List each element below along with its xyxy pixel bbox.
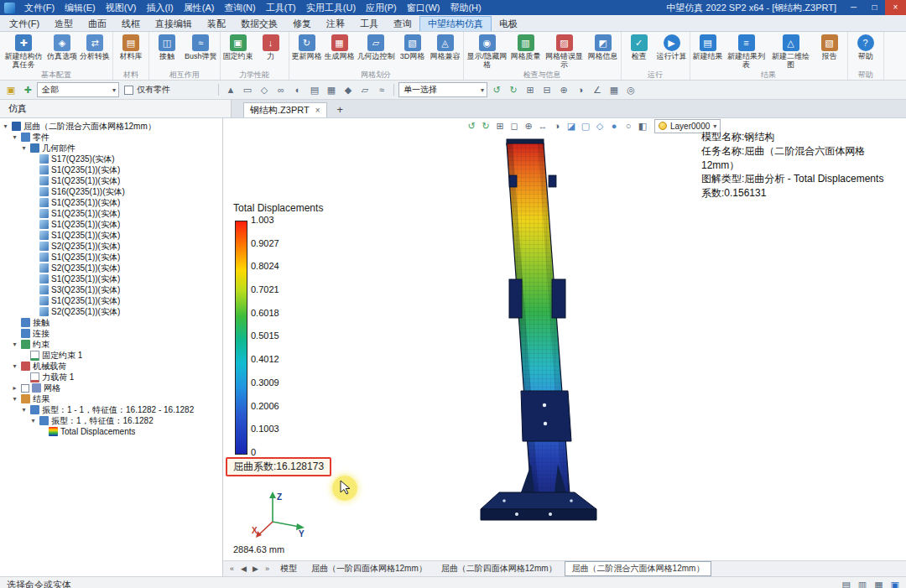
pick-filter-icon[interactable]: ▲ (223, 83, 238, 96)
curve-filter-icon[interactable]: ≈ (374, 83, 389, 96)
undo-icon[interactable]: ↺ (489, 83, 504, 96)
polygon-select-icon[interactable]: ◇ (257, 83, 272, 96)
tree-row[interactable]: S2(Q235(1))(实体) (0, 306, 222, 317)
menu-item[interactable]: 查询(N) (219, 0, 260, 15)
tree-row[interactable]: S1(Q235(1))(实体) (0, 175, 222, 186)
next-study-tab-icon[interactable]: ▶ (250, 565, 261, 573)
tree-row[interactable]: ▾振型：1，特征值：16.1282 (0, 415, 222, 426)
study-tab[interactable]: 屈曲（一阶四面体网格12mm） (305, 562, 434, 575)
isometric-view-icon[interactable]: ◇ (593, 121, 607, 132)
history-panel-icon[interactable]: ▤ (841, 580, 850, 588)
model-3d[interactable] (471, 135, 630, 538)
tree-row[interactable]: ▾约束 (0, 339, 222, 350)
type-filter-icon[interactable]: ▦ (324, 83, 339, 96)
ribbon-tab[interactable]: 装配 (200, 17, 233, 31)
tree-row[interactable]: ▾振型：1 - 1，特征值：16.1282 - 16.1282 (0, 404, 222, 415)
ribbon-button[interactable]: ▣固定约束 (222, 34, 254, 69)
pan-icon[interactable]: ↔ (536, 121, 549, 132)
tree-row[interactable]: ▾屈曲（二阶混合六面体网格12mm） (0, 121, 222, 132)
measure-icon[interactable]: ∠ (590, 83, 605, 96)
tree-row[interactable]: S2(Q235(1))(实体) (0, 263, 222, 273)
ribbon-button[interactable]: ?帮助 (850, 34, 882, 69)
ribbon-tab[interactable]: 查询 (386, 17, 419, 31)
tree-row[interactable]: Total Displacements (0, 426, 222, 437)
ribbon-button[interactable]: ✓检查 (623, 34, 655, 69)
selection-mode-select[interactable]: 单一选择▾ (398, 82, 487, 97)
menu-item[interactable]: 窗口(W) (402, 0, 445, 15)
tree-row[interactable]: S2(Q235(1))(实体) (0, 241, 222, 252)
tree-row[interactable]: ▾几何部件 (0, 143, 222, 154)
menu-item[interactable]: 编辑(E) (60, 0, 101, 15)
ribbon-tab[interactable]: 直接编辑 (148, 17, 200, 31)
front-view-icon[interactable]: ▢ (579, 121, 592, 132)
menu-item[interactable]: 属性(A) (179, 0, 220, 15)
last-study-tab-icon[interactable]: » (262, 565, 273, 573)
menu-item[interactable]: 插入(I) (141, 0, 178, 15)
layer-filter-icon[interactable]: ▤ (307, 83, 322, 96)
study-tab[interactable]: 屈曲（二阶混合六面体网格12mm） (565, 561, 712, 576)
ribbon-button[interactable]: ◬网格兼容 (430, 34, 461, 69)
ribbon-button[interactable]: △新建二维绘图 (769, 34, 813, 69)
ribbon-tab[interactable]: 文件(F) (2, 17, 47, 31)
section-view-icon[interactable]: ◧ (636, 121, 649, 132)
ribbon-tab[interactable]: 线框 (114, 17, 148, 31)
tree-row[interactable]: ▸网格 (0, 382, 222, 393)
ribbon-tab[interactable]: 数据交换 (233, 17, 285, 31)
ribbon-tab[interactable]: 造型 (47, 17, 81, 31)
plane-filter-icon[interactable]: ▱ (357, 83, 372, 96)
ribbon-button[interactable]: ≈Bush弹簧 (184, 34, 218, 69)
ribbon-button[interactable]: ↻更新网格 (291, 34, 323, 69)
tree-row[interactable]: 接触 (0, 317, 222, 328)
ribbon-button[interactable]: ⇄分析转换 (79, 34, 111, 69)
simulation-panel-header[interactable]: 仿真 (0, 100, 232, 117)
ribbon-button[interactable]: ▦生成网格 (324, 34, 356, 69)
zoom-all-icon[interactable]: ⊞ (493, 121, 507, 132)
only-parts-toggle[interactable]: 仅有零件 (121, 84, 174, 96)
ribbon-tab[interactable]: 修复 (285, 17, 319, 31)
ribbon-button[interactable]: ▤材料库 (115, 34, 147, 69)
tree-row[interactable]: S1(Q235(1))(实体) (0, 219, 222, 230)
rotate-view-icon[interactable]: ◑ (550, 121, 564, 132)
close-icon[interactable]: × (315, 106, 320, 115)
menu-item[interactable]: 文件(F) (19, 0, 60, 15)
ribbon-button[interactable]: ✚新建结构仿真任务 (2, 34, 45, 69)
minimize-button[interactable]: ─ (843, 0, 864, 15)
ribbon-button[interactable]: ▥网格质量 (510, 34, 542, 69)
menu-item[interactable]: 应用(P) (361, 0, 402, 15)
tree-row[interactable]: ▾机械载荷 (0, 361, 222, 372)
select-all-icon[interactable]: ⊞ (523, 83, 538, 96)
ribbon-button[interactable]: ▱几何边控制 (357, 34, 396, 69)
zoom-window-icon[interactable]: ◻ (508, 121, 521, 132)
checkbox-icon[interactable] (21, 384, 29, 393)
menu-item[interactable]: 帮助(H) (445, 0, 486, 15)
layer-panel-icon[interactable]: ▥ (858, 580, 867, 588)
menu-item[interactable]: 视图(V) (101, 0, 142, 15)
tree-row[interactable]: 力载荷 1 (0, 372, 222, 382)
chain-select-icon[interactable]: ∞ (273, 83, 289, 96)
ribbon-button[interactable]: ↓力 (255, 34, 287, 69)
ribbon-button[interactable]: ▶运行计算 (656, 34, 688, 69)
tree-row[interactable]: ▾结果 (0, 393, 222, 404)
ribbon-button[interactable]: ▨网格错误显示 (543, 34, 586, 69)
tree-row[interactable]: S1(Q235(1))(实体) (0, 230, 222, 241)
study-tab[interactable]: 屈曲（二阶四面体网格12mm） (435, 562, 564, 575)
first-study-tab-icon[interactable]: « (226, 565, 237, 573)
redo-icon[interactable]: ↻ (506, 83, 521, 96)
ribbon-button[interactable]: ▤新建结果 (692, 34, 724, 69)
ribbon-tab[interactable]: 曲面 (81, 17, 114, 31)
ribbon-button[interactable]: ▧3D网格 (397, 34, 429, 69)
tree-row[interactable]: S1(Q235(1))(实体) (0, 295, 222, 306)
entity-filter-select[interactable]: 全部▾ (37, 82, 119, 97)
wireframe-display-icon[interactable]: ○ (622, 121, 635, 132)
ribbon-button[interactable]: ≡新建结果列表 (725, 34, 768, 69)
ribbon-button[interactable]: ◩网格信息 (587, 34, 619, 69)
tree-row[interactable]: S1(Q235(1))(实体) (0, 273, 222, 284)
tree-row[interactable]: S1(Q235(1))(实体) (0, 197, 222, 208)
default-entity-filter-icon[interactable]: ▣ (3, 83, 18, 96)
ribbon-tab[interactable]: 电极 (492, 17, 525, 31)
rotate-select-icon[interactable]: ◑ (573, 83, 588, 96)
document-tab[interactable]: 钢结构.Z3PRT × (243, 102, 327, 117)
tree-row[interactable]: S1(Q235(1))(实体) (0, 208, 222, 219)
ribbon-button[interactable]: ◫接触 (151, 34, 183, 69)
tree-row[interactable]: S17(Q235)(实体) (0, 154, 222, 164)
